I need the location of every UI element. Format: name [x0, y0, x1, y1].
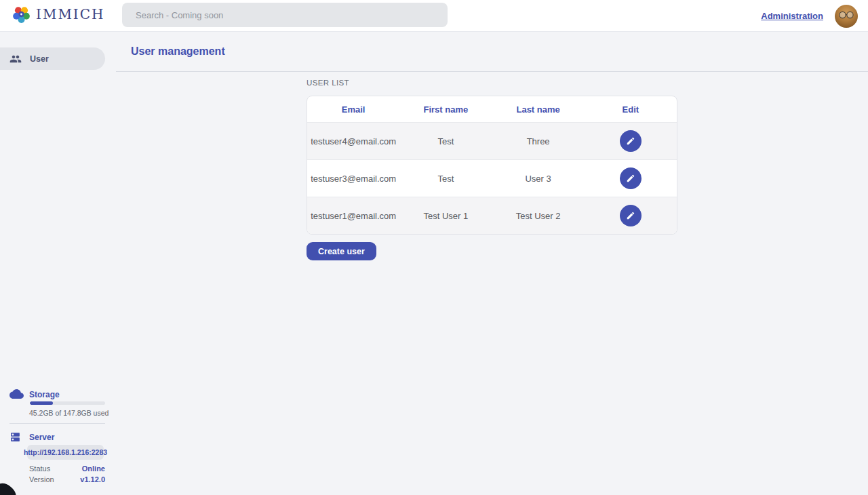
- cell-last-name: User 3: [492, 174, 585, 184]
- user-list-section-label: USER LIST: [307, 79, 349, 87]
- immich-flower-icon: [12, 5, 31, 24]
- server-version-label: Version: [29, 475, 54, 483]
- edit-user-button[interactable]: [620, 167, 642, 189]
- user-table-header-row: Email First name Last name Edit: [307, 96, 677, 122]
- column-header-last-name: Last name: [492, 104, 585, 115]
- server-status-value: Online: [82, 464, 105, 473]
- cell-email: testuser1@email.com: [307, 211, 399, 221]
- server-version-row: Version v1.12.0: [29, 475, 105, 483]
- table-row: testuser3@email.comTestUser 3: [307, 159, 677, 197]
- create-user-button[interactable]: Create user: [307, 242, 376, 260]
- storage-title: Storage: [29, 390, 60, 399]
- cell-edit: [585, 167, 677, 189]
- pencil-icon: [626, 174, 635, 183]
- cell-last-name: Three: [492, 136, 585, 146]
- server-version-value: v1.12.0: [80, 475, 105, 483]
- server-title: Server: [29, 433, 54, 442]
- search-input[interactable]: [122, 3, 448, 27]
- edit-user-button[interactable]: [620, 205, 642, 226]
- cell-last-name: Test User 2: [492, 211, 585, 221]
- server-url-chip: http://192.168.1.216:2283: [27, 445, 104, 460]
- storage-progress-bar: [30, 401, 105, 405]
- storage-usage-text: 45.2GB of 147.8GB used: [29, 409, 108, 417]
- avatar-glasses-detail: [835, 5, 858, 28]
- cloud-icon: [9, 388, 24, 399]
- sidebar-divider: [9, 423, 105, 424]
- table-row: testuser4@email.comTestThree: [307, 122, 677, 159]
- page-title-bar: User management: [116, 32, 868, 72]
- user-table-body: testuser4@email.comTestThreetestuser3@em…: [307, 122, 677, 234]
- sidebar-item-user-label: User: [30, 54, 49, 64]
- avatar[interactable]: [835, 5, 858, 28]
- pencil-icon: [626, 136, 635, 146]
- cell-first-name: Test: [399, 136, 492, 146]
- cell-first-name: Test User 1: [399, 211, 492, 221]
- cell-first-name: Test: [399, 174, 492, 184]
- administration-link[interactable]: Administration: [761, 11, 823, 21]
- corner-dark-blob: [0, 479, 20, 495]
- server-status-label: Status: [29, 464, 50, 473]
- cell-edit: [585, 205, 677, 226]
- cell-email: testuser4@email.com: [307, 136, 399, 146]
- column-header-first-name: First name: [399, 104, 492, 115]
- users-group-icon: [9, 53, 22, 65]
- column-header-email: Email: [307, 104, 399, 115]
- server-status-row: Status Online: [29, 464, 105, 473]
- table-row: testuser1@email.comTest User 1Test User …: [307, 197, 677, 234]
- user-table: Email First name Last name Edit testuser…: [307, 96, 677, 235]
- page-title: User management: [131, 45, 225, 58]
- cell-edit: [585, 130, 677, 152]
- logo-text: IMMICH: [36, 5, 105, 24]
- column-header-edit: Edit: [585, 104, 677, 115]
- sidebar-item-user[interactable]: User: [0, 47, 105, 70]
- immich-logo: IMMICH: [12, 5, 105, 24]
- top-bar: IMMICH Administration: [0, 0, 868, 32]
- edit-user-button[interactable]: [620, 130, 642, 152]
- cell-email: testuser3@email.com: [307, 174, 399, 184]
- storage-progress-fill: [30, 401, 53, 405]
- top-bar-right: Administration: [761, 0, 858, 32]
- server-icon: [9, 431, 21, 443]
- pencil-icon: [626, 211, 635, 220]
